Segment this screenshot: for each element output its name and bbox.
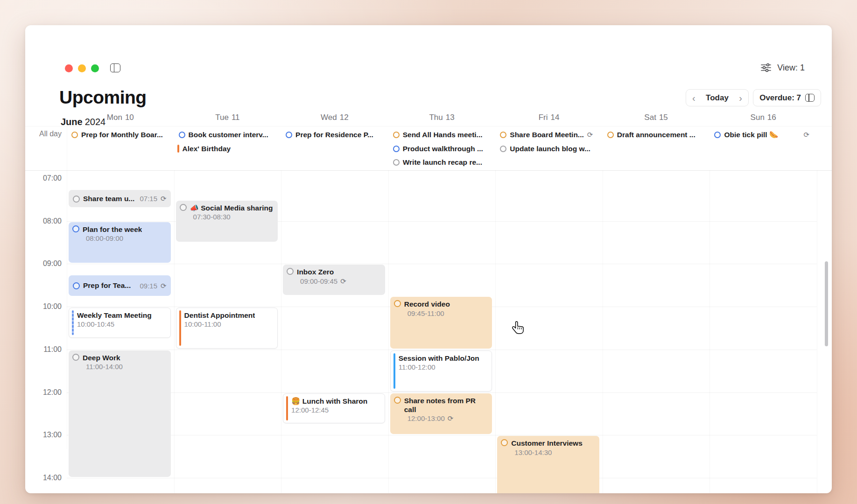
timed-event[interactable]: Plan for the week08:00-09:00	[69, 222, 171, 263]
task-checkbox[interactable]	[501, 439, 508, 446]
allday-event[interactable]: Prep for Residence P...	[282, 129, 385, 140]
timed-event[interactable]: Share team u...07:15⟳	[69, 190, 171, 207]
task-checkbox[interactable]	[394, 300, 401, 307]
task-checkbox[interactable]	[287, 268, 294, 275]
repeat-icon: ⟳	[161, 195, 167, 202]
column-divider	[388, 170, 389, 493]
task-checkbox[interactable]	[394, 397, 401, 404]
event-time: 10:00-11:00	[176, 320, 278, 328]
event-time-text: 13:00-14:30	[514, 448, 552, 456]
day-number: 16	[767, 113, 776, 122]
task-checkbox[interactable]	[73, 282, 80, 289]
task-checkbox[interactable]	[179, 132, 185, 138]
timed-event[interactable]: Dentist Appointment10:00-11:00	[176, 308, 278, 349]
timed-event[interactable]: Prep for Tea...09:15⟳	[69, 275, 171, 295]
event-title: Obie tick pill 🌭	[724, 129, 778, 140]
task-checkbox[interactable]	[393, 159, 400, 166]
task-checkbox[interactable]	[72, 225, 79, 232]
event-time: 12:00-12:45	[283, 406, 385, 414]
event-title: 📣 Social Media sharing	[190, 203, 273, 212]
task-checkbox[interactable]	[500, 132, 506, 138]
repeat-icon: ⟳	[340, 278, 346, 285]
event-time: 07:15	[140, 195, 157, 203]
grid-top-divider	[25, 170, 832, 171]
timed-event[interactable]: Session with Pablo/Jon11:00-12:00	[390, 350, 492, 392]
task-checkbox[interactable]	[180, 204, 187, 211]
day-number: 15	[659, 113, 668, 122]
event-time: 09:00-09:45⟳	[283, 277, 385, 285]
task-checkbox[interactable]	[500, 146, 506, 152]
event-title: Deep Work	[83, 353, 120, 362]
day-header-fri: Fri14	[539, 113, 560, 122]
task-checkbox[interactable]	[286, 132, 292, 138]
event-title: Prep for Residence P...	[295, 129, 373, 140]
hour-line	[67, 392, 817, 393]
allday-event[interactable]: Draft announcement ...	[604, 129, 706, 140]
event-time: 10:00-10:45	[69, 320, 170, 328]
event-time: 09:15	[140, 282, 157, 290]
event-title: Record video	[404, 300, 450, 308]
time-label: 10:00	[29, 302, 62, 311]
repeat-icon: ⟳	[803, 131, 809, 138]
allday-event[interactable]: Share Board Meetin...⟳	[496, 129, 599, 140]
timed-event[interactable]: Share notes from PR call12:00-13:00⟳	[390, 393, 492, 434]
calendar-grid: Mon10Tue11Wed12Thu13Fri14Sat15Sun1607:00…	[25, 25, 832, 493]
event-time-text: 11:00-12:00	[399, 363, 436, 371]
repeat-icon: ⟳	[448, 415, 454, 422]
allday-event[interactable]: Obie tick pill 🌭⟳	[710, 129, 813, 140]
hour-line	[67, 435, 817, 435]
allday-event[interactable]: Write launch recap re...	[389, 156, 492, 168]
timed-event[interactable]: 🍔 Lunch with Sharon12:00-12:45	[283, 393, 385, 424]
event-title: Alex' Birthday	[183, 143, 231, 154]
event-time: 12:00-13:00⟳	[390, 414, 492, 422]
day-name: Sun	[751, 113, 765, 122]
event-title: 🍔 Lunch with Sharon	[291, 397, 367, 406]
task-checkbox[interactable]	[607, 132, 614, 138]
task-checkbox[interactable]	[71, 132, 78, 138]
column-divider	[174, 170, 175, 493]
task-checkbox[interactable]	[393, 146, 400, 152]
event-time-text: 07:30-08:30	[193, 213, 231, 221]
timed-event[interactable]: Customer Interviews13:00-14:30	[497, 436, 599, 493]
task-checkbox[interactable]	[73, 196, 80, 203]
allday-event[interactable]: Book customer interv...	[175, 129, 278, 140]
column-divider	[709, 170, 710, 493]
event-head: Customer Interviews	[497, 436, 599, 448]
app-window: View: 1 Upcoming June2024 ‹ Today › Over…	[25, 25, 832, 493]
allday-event[interactable]: Alex' Birthday	[175, 143, 278, 154]
event-head: 🍔 Lunch with Sharon	[283, 394, 385, 406]
event-title: Share notes from PR call	[404, 396, 489, 414]
event-time: 11:00-12:00	[391, 363, 492, 371]
day-name: Mon	[107, 113, 122, 122]
day-number: 12	[340, 113, 349, 122]
event-head: Weekly Team Meeting	[69, 308, 170, 320]
day-header-mon: Mon10	[107, 113, 134, 122]
event-head: 📣 Social Media sharing	[176, 201, 278, 212]
time-label: 07:00	[29, 174, 62, 182]
event-head: Share notes from PR call	[390, 393, 492, 414]
event-title: Update launch blog w...	[510, 143, 590, 154]
vertical-scrollbar[interactable]	[825, 261, 828, 346]
color-bar	[393, 353, 395, 389]
column-divider	[817, 170, 817, 493]
task-checkbox[interactable]	[72, 354, 79, 361]
timed-event[interactable]: Weekly Team Meeting10:00-10:45	[69, 308, 171, 338]
timed-event[interactable]: Inbox Zero09:00-09:45⟳	[283, 265, 385, 295]
event-title: Dentist Appointment	[184, 311, 255, 320]
event-time-text: 09:45-11:00	[407, 309, 444, 317]
allday-event[interactable]: Send All Hands meeti...	[389, 129, 492, 140]
timed-event[interactable]: 📣 Social Media sharing07:30-08:30	[176, 201, 278, 242]
day-header-sun: Sun16	[751, 113, 776, 122]
timed-event[interactable]: Deep Work11:00-14:00	[69, 350, 171, 477]
allday-event[interactable]: Update launch blog w...	[496, 143, 599, 154]
task-checkbox[interactable]	[393, 132, 400, 138]
event-title: Prep for Monthly Boar...	[81, 129, 163, 140]
event-time: 08:00-09:00	[69, 234, 171, 242]
allday-event[interactable]: Prep for Monthly Boar...	[68, 129, 170, 140]
task-checkbox[interactable]	[714, 132, 721, 138]
time-label: 13:00	[29, 431, 62, 439]
day-header-tue: Tue11	[215, 113, 239, 122]
timed-event[interactable]: Record video09:45-11:00	[390, 297, 492, 349]
allday-event[interactable]: Product walkthrough ...	[389, 143, 492, 154]
day-name: Fri	[539, 113, 548, 122]
